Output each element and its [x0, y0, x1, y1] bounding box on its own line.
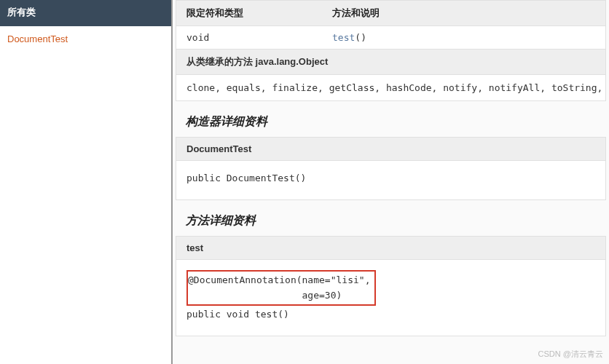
sidebar: 所有类 DocumentTest: [0, 0, 173, 364]
inherited-header: 从类继承的方法 java.lang.Object: [176, 50, 605, 75]
method-link-test[interactable]: test: [332, 32, 355, 43]
inherited-methods-list: clone, equals, finalize, getClass, hashC…: [176, 75, 605, 100]
method-parens: (): [355, 32, 366, 43]
col-header-method: 方法和说明: [322, 1, 605, 25]
annotation-line-1: @DocumentAnnotation(name="lisi",: [188, 273, 370, 288]
main-content: 限定符和类型 方法和说明 void test() 从类继承的方法 java.la…: [173, 0, 609, 364]
method-summary-table: 限定符和类型 方法和说明 void test() 从类继承的方法 java.la…: [176, 0, 606, 101]
col-header-modifier: 限定符和类型: [176, 1, 322, 25]
table-header-row: 限定符和类型 方法和说明: [176, 1, 605, 26]
sidebar-title: 所有类: [0, 0, 171, 26]
sidebar-link-documenttest[interactable]: DocumentTest: [0, 26, 171, 52]
annotation-line-2: age=30): [188, 288, 370, 304]
constructor-detail-title: 构造器详细资料: [186, 114, 606, 130]
method-detail-title: 方法详细资料: [186, 213, 606, 229]
inherited-title: 从类继承的方法 java.lang.Object: [176, 50, 605, 74]
constructor-name: DocumentTest: [176, 138, 605, 161]
cell-method-link: test(): [322, 26, 605, 49]
method-detail-name: test: [176, 237, 605, 260]
annotation-highlight-box: @DocumentAnnotation(name="lisi", age=30): [186, 270, 376, 306]
constructor-signature: public DocumentTest(): [176, 161, 605, 199]
table-row: void test(): [176, 26, 605, 50]
cell-return-type: void: [176, 26, 322, 49]
method-detail-block: test @DocumentAnnotation(name="lisi", ag…: [176, 236, 606, 336]
method-signature: public void test(): [186, 307, 595, 323]
constructor-detail-block: DocumentTest public DocumentTest(): [176, 137, 606, 200]
watermark: CSDN @清云青云: [538, 349, 603, 360]
